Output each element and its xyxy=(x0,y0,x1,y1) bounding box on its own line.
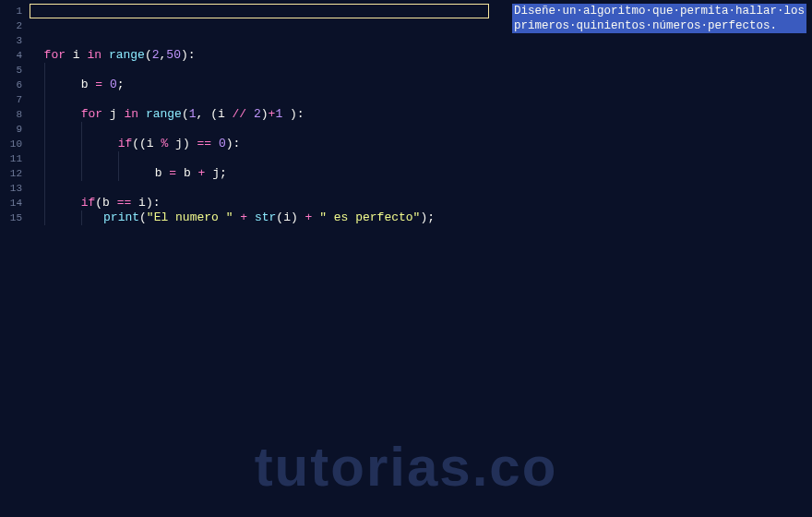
line-number: 9 xyxy=(0,122,22,137)
semicolon: ; xyxy=(117,78,125,91)
code-line-13[interactable] xyxy=(30,181,812,196)
number: 0 xyxy=(219,137,226,150)
var-i: i xyxy=(283,210,291,224)
line-number: 13 xyxy=(0,181,22,196)
op-eq: == xyxy=(197,137,212,150)
code-line-14[interactable]: if(b == i): xyxy=(30,196,812,210)
line-number: 8 xyxy=(0,107,22,122)
code-line-4[interactable]: for i in range(2,50): xyxy=(30,48,812,63)
var-i: i xyxy=(218,107,225,121)
code-line-9[interactable] xyxy=(30,122,812,137)
line-number: 15 xyxy=(0,210,22,225)
var-i: i xyxy=(73,48,80,62)
number: 2 xyxy=(152,48,160,62)
code-line-5[interactable] xyxy=(30,63,812,78)
semicolon: ; xyxy=(220,166,227,180)
line-number-gutter: 1 2 3 4 5 6 7 8 9 10 11 12 13 14 15 xyxy=(0,0,30,517)
number: 1 xyxy=(189,107,197,121)
keyword-in: in xyxy=(87,48,102,62)
code-line-15[interactable]: print("El numero " + str(i) + " es perfe… xyxy=(30,210,812,225)
code-line-2[interactable] xyxy=(30,18,812,33)
keyword-in: in xyxy=(124,107,138,121)
op-plus: + xyxy=(240,210,247,224)
line-number: 6 xyxy=(0,78,22,92)
keyword-for: for xyxy=(81,107,102,121)
code-line-6[interactable]: b = 0; xyxy=(30,78,812,92)
string-literal: "El numero " xyxy=(147,210,233,224)
number: 0 xyxy=(110,78,117,91)
var-b: b xyxy=(184,166,191,180)
keyword-for: for xyxy=(44,48,66,62)
code-line-1[interactable] xyxy=(30,4,812,18)
code-line-3[interactable] xyxy=(30,33,812,48)
op-floordiv: // xyxy=(233,107,247,121)
var-i: i xyxy=(138,196,146,210)
close-paren: ): xyxy=(226,137,241,150)
var-j: j xyxy=(212,166,220,180)
line-number: 1 xyxy=(0,4,22,18)
code-editor[interactable]: 1 2 3 4 5 6 7 8 9 10 11 12 13 14 15 Dise… xyxy=(0,0,812,517)
line-number: 12 xyxy=(0,166,22,181)
var-j: j xyxy=(175,137,183,150)
builtin-range: range xyxy=(146,107,182,121)
line-number: 7 xyxy=(0,92,22,107)
code-line-12[interactable]: b = b + j; xyxy=(30,166,812,181)
line-number: 5 xyxy=(0,63,22,78)
code-line-11[interactable] xyxy=(30,151,812,166)
var-i: i xyxy=(147,137,154,150)
var-b: b xyxy=(102,196,110,210)
close-paren: ): xyxy=(146,196,161,210)
line-number: 4 xyxy=(0,48,22,63)
var-j: j xyxy=(110,107,117,121)
line-number: 14 xyxy=(0,196,22,210)
code-line-8[interactable]: for j in range(1, (i // 2)+1 ): xyxy=(30,107,812,122)
code-line-7[interactable] xyxy=(30,92,812,107)
line-number: 10 xyxy=(0,137,22,151)
builtin-str: str xyxy=(255,210,276,224)
line-number: 2 xyxy=(0,18,22,33)
semicolon: ; xyxy=(427,210,435,224)
line-number: 11 xyxy=(0,151,22,166)
code-line-10[interactable]: if((i % j) == 0): xyxy=(30,137,812,151)
builtin-range: range xyxy=(109,48,145,62)
line-number: 3 xyxy=(0,33,22,48)
keyword-if: if xyxy=(118,137,133,150)
op-eq: == xyxy=(117,196,132,210)
op-assign: = xyxy=(95,78,102,91)
keyword-if: if xyxy=(81,196,96,210)
close-paren: ): xyxy=(290,107,304,121)
builtin-print: print xyxy=(103,210,139,224)
code-content[interactable]: Diseñe·un·algoritmo·que·permita·hallar·l… xyxy=(30,0,812,517)
number: 2 xyxy=(254,107,261,121)
string-literal: " es perfecto" xyxy=(319,210,420,224)
op-assign: = xyxy=(169,166,176,180)
number: 50 xyxy=(166,48,181,62)
